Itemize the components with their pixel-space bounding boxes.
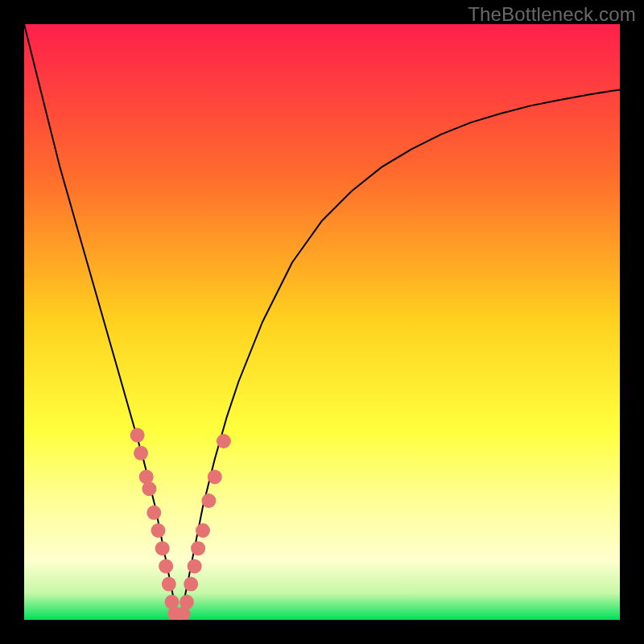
data-point xyxy=(162,577,176,592)
data-point xyxy=(142,481,156,496)
watermark-text: TheBottleneck.com xyxy=(468,3,636,26)
data-point xyxy=(134,446,148,460)
chart-frame: TheBottleneck.com xyxy=(0,0,644,644)
data-point xyxy=(208,469,222,484)
plot-area xyxy=(24,24,620,620)
data-point xyxy=(217,434,231,448)
data-point xyxy=(180,595,194,609)
data-point xyxy=(155,541,170,555)
data-point xyxy=(191,541,205,555)
data-point xyxy=(147,506,161,520)
data-point xyxy=(188,559,202,573)
chart-canvas xyxy=(24,24,620,620)
data-point xyxy=(184,577,198,592)
gradient-background xyxy=(24,24,620,620)
data-point xyxy=(196,523,210,538)
data-point xyxy=(151,523,166,538)
data-point xyxy=(201,493,216,508)
data-point xyxy=(159,559,173,573)
data-point xyxy=(130,428,145,443)
